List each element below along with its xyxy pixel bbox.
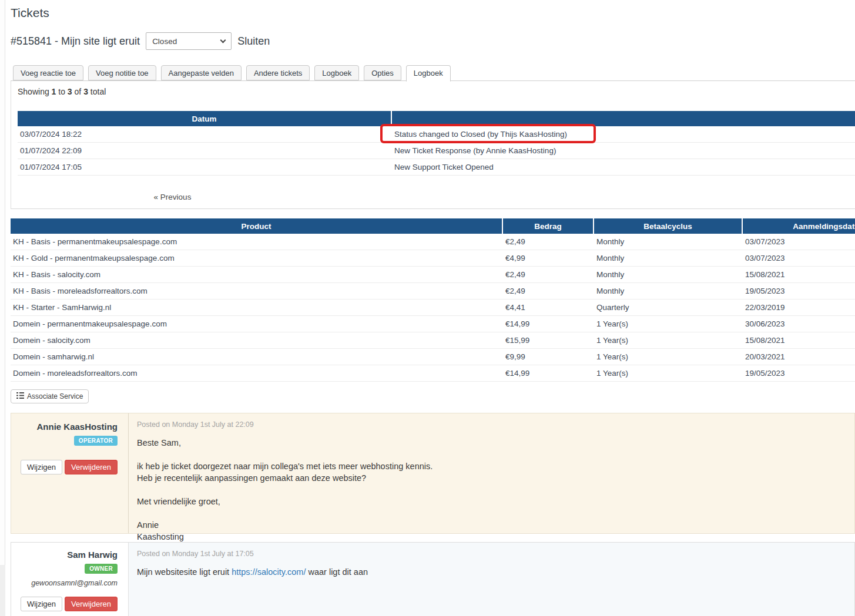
posted-timestamp: Posted on Monday 1st July at 22:09 (137, 420, 846, 429)
delete-button[interactable]: Verwijderen (65, 460, 118, 474)
product-amount: €2,49 (503, 237, 593, 246)
ticket-title: #515841 - Mijn site ligt eruit (11, 35, 140, 48)
page-title: Tickets (11, 6, 49, 20)
message-paragraph: Met vriendelijke groet, (137, 496, 846, 507)
product-cycle: Monthly (594, 237, 742, 246)
tab-logboek[interactable]: Logboek (314, 65, 359, 80)
table-row: Domein - samharwig.nl €9,99 1 Year(s) 20… (11, 349, 855, 365)
product-name[interactable]: KH - Basis - salocity.com (11, 270, 502, 279)
left-gutter (0, 0, 5, 616)
showing-count: Showing 1 to 3 of 3 total (18, 87, 106, 96)
status-select-value: Closed (152, 37, 177, 46)
showing-total: 3 (83, 87, 88, 96)
product-signup-date: 20/03/2021 (743, 352, 855, 361)
product-cycle: Monthly (594, 287, 742, 295)
salocity-link[interactable]: https://salocity.com/ (232, 567, 306, 577)
product-name[interactable]: KH - Basis - moreleadsforrealtors.com (11, 287, 502, 295)
showing-of: of (72, 87, 83, 96)
product-signup-date: 15/08/2021 (743, 336, 855, 345)
message-line: Kaashosting (137, 532, 184, 541)
log-date: 03/07/2024 18:22 (18, 130, 391, 139)
product-signup-date: 30/06/2023 (743, 319, 855, 328)
left-gutter-shade (0, 565, 5, 616)
edit-button[interactable]: Wijzigen (21, 460, 62, 474)
product-amount: €2,49 (503, 287, 593, 295)
log-action: Status changed to Closed (by Thijs KaasH… (392, 130, 855, 139)
table-row: Domein - salocity.com €15,99 1 Year(s) 1… (11, 332, 855, 349)
product-amount: €4,41 (503, 303, 593, 312)
pagination-previous[interactable]: « Previous (18, 193, 327, 201)
log-date: 01/07/2024 22:09 (18, 146, 391, 155)
column-header-datum: Datum (18, 111, 391, 126)
product-cycle: Monthly (594, 270, 742, 279)
product-signup-date: 03/07/2023 (743, 237, 855, 246)
product-amount: €4,99 (503, 254, 593, 262)
table-row: KH - Basis - salocity.com €2,49 Monthly … (11, 267, 855, 283)
logbook-table-header: Datum (18, 111, 855, 126)
column-header-bedrag: Bedrag (503, 218, 593, 234)
status-badge: OWNER (85, 564, 118, 574)
status-select[interactable]: Closed (146, 32, 232, 50)
table-row: 03/07/2024 18:22 Status changed to Close… (18, 126, 855, 143)
associate-service-button[interactable]: Associate Service (11, 389, 89, 403)
showing-lead: Showing (18, 87, 52, 96)
status-badge: OPERATOR (74, 436, 118, 446)
tab-logboek-active[interactable]: Logboek (406, 65, 451, 82)
reply-author-panel: Sam Harwig OWNER gewoonsamnl@gmail.com W… (11, 543, 129, 616)
column-header-product: Product (11, 218, 502, 234)
message-paragraph: Beste Sam, (137, 437, 846, 449)
product-name[interactable]: Domein - salocity.com (11, 336, 502, 345)
reply-message: Beste Sam, ik heb je ticket doorgezet na… (137, 437, 846, 543)
product-name[interactable]: Domein - samharwig.nl (11, 352, 502, 361)
product-amount: €9,99 (503, 352, 593, 361)
tab-voeg-reactie-toe[interactable]: Voeg reactie toe (13, 65, 83, 80)
product-cycle: Monthly (594, 254, 742, 262)
product-name[interactable]: KH - Starter - SamHarwig.nl (11, 303, 502, 312)
tab-opties[interactable]: Opties (364, 65, 401, 80)
product-signup-date: 15/08/2021 (743, 270, 855, 279)
close-ticket-link[interactable]: Sluiten (237, 35, 270, 48)
reply-operator: Annie KaasHosting OPERATOR Wijzigen Verw… (11, 413, 855, 534)
message-line: ik heb je ticket doorgezet naar mijn col… (137, 462, 432, 471)
product-signup-date: 19/05/2023 (743, 369, 855, 378)
message-line: Annie (137, 520, 159, 530)
reply-actions: Wijzigen Verwijderen (11, 597, 118, 611)
table-row: 01/07/2024 17:05 New Support Ticket Open… (18, 159, 855, 176)
posted-timestamp: Posted on Monday 1st July at 17:05 (137, 550, 846, 558)
table-row: Domein - permanentmakeupsalespage.com €1… (11, 316, 855, 332)
message-paragraph: Mijn websitesite ligt eruit https://salo… (137, 566, 846, 578)
reply-body: Posted on Monday 1st July at 17:05 Mijn … (129, 543, 854, 616)
product-amount: €14,99 (503, 369, 593, 378)
showing-mid: to (56, 87, 67, 96)
reply-client: Sam Harwig OWNER gewoonsamnl@gmail.com W… (11, 542, 855, 616)
product-amount: €15,99 (503, 336, 593, 345)
showing-to: 3 (68, 87, 72, 96)
reply-body: Posted on Monday 1st July at 22:09 Beste… (129, 413, 854, 533)
tab-andere-tickets[interactable]: Andere tickets (246, 65, 310, 80)
product-cycle: 1 Year(s) (594, 369, 742, 378)
log-date: 01/07/2024 17:05 (18, 163, 391, 171)
log-action: New Ticket Response (by Annie KaasHostin… (392, 146, 855, 155)
ticket-detail-page: Tickets #515841 - Mijn site ligt eruit C… (0, 0, 855, 616)
delete-button[interactable]: Verwijderen (65, 597, 118, 611)
edit-button[interactable]: Wijzigen (21, 597, 62, 611)
tab-voeg-notitie-toe[interactable]: Voeg notitie toe (88, 65, 156, 80)
product-cycle: 1 Year(s) (594, 319, 742, 328)
table-row: Domein - moreleadsforrealtors.com €14,99… (11, 365, 855, 382)
product-signup-date: 22/03/2019 (743, 303, 855, 312)
product-cycle: 1 Year(s) (594, 336, 742, 345)
message-line: Heb je recentelijk aanpassingen gemaakt … (137, 473, 366, 483)
products-table-header: Product Bedrag Betaalcyclus Aanmeldingsd… (11, 218, 855, 234)
log-action: New Support Ticket Opened (392, 163, 855, 171)
column-header-betaalcyclus: Betaalcyclus (594, 218, 742, 234)
product-amount: €14,99 (503, 319, 593, 328)
table-row: KH - Basis - permanentmakeupsalespage.co… (11, 234, 855, 250)
product-name[interactable]: Domein - moreleadsforrealtors.com (11, 369, 502, 378)
product-cycle: 1 Year(s) (594, 352, 742, 361)
product-name[interactable]: KH - Basis - permanentmakeupsalespage.co… (11, 237, 502, 246)
tab-aangepaste-velden[interactable]: Aangepaste velden (161, 65, 242, 80)
column-header-action (392, 111, 855, 126)
product-name[interactable]: Domein - permanentmakeupsalespage.com (11, 319, 502, 328)
logbook-table: Datum 03/07/2024 18:22 Status changed to… (18, 111, 855, 176)
product-name[interactable]: KH - Gold - permanentmakeupsalespage.com (11, 254, 502, 262)
